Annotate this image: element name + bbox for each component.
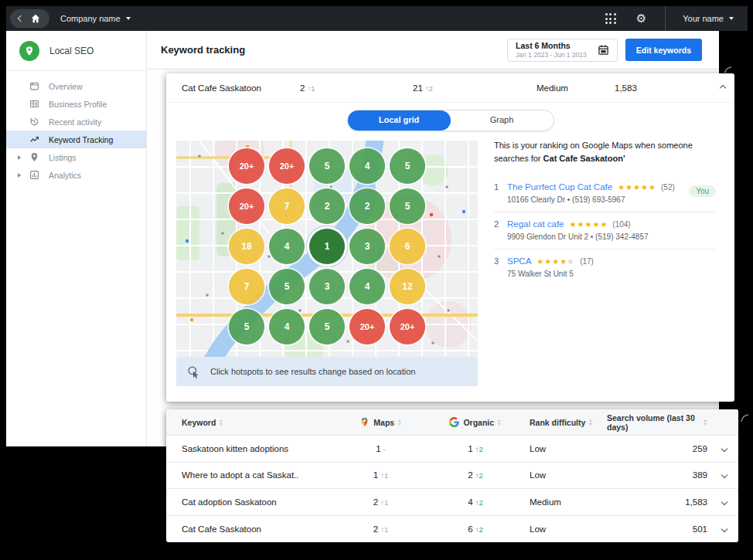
column-label: Organic bbox=[463, 418, 494, 427]
organic-change: ↑2 bbox=[425, 84, 433, 93]
expand-caret-icon[interactable] bbox=[18, 155, 21, 160]
rank-hotspot[interactable]: 5 bbox=[229, 309, 264, 344]
maps-result-item: 2 Regal cat cafe ★★★★★ (104) 9909 Glendo… bbox=[494, 212, 716, 249]
rank-hotspot[interactable]: 5 bbox=[309, 148, 345, 184]
ranking-intro: This is your ranking on Google Maps when… bbox=[494, 139, 716, 165]
star-rating-icon: ★★★★★ bbox=[537, 257, 574, 266]
expand-row-button[interactable] bbox=[710, 527, 738, 531]
view-tab[interactable]: Local grid bbox=[348, 110, 451, 131]
gear-icon[interactable]: ⚙ bbox=[636, 12, 646, 25]
sidebar-item-label: Listings bbox=[49, 153, 77, 162]
cell-maps-rank: 2↑1 bbox=[340, 497, 421, 507]
table-column-header[interactable]: Organic ▲▼ bbox=[421, 417, 530, 427]
page-title: Keyword tracking bbox=[161, 44, 245, 56]
back-icon[interactable] bbox=[18, 15, 24, 22]
expand-row-button[interactable] bbox=[710, 473, 738, 477]
summary-rank-difficulty: Medium bbox=[537, 83, 615, 93]
sort-icon[interactable]: ▲▼ bbox=[397, 419, 401, 426]
sidebar-item[interactable]: Overview bbox=[6, 77, 146, 95]
chevron-down-icon bbox=[721, 472, 727, 478]
rank-hotspot[interactable]: 20+ bbox=[269, 148, 305, 184]
rank-hotspot[interactable]: 20+ bbox=[229, 188, 264, 224]
sort-icon[interactable]: ▲▼ bbox=[704, 419, 707, 426]
cell-search-volume: 501 bbox=[607, 524, 710, 534]
sort-icon[interactable]: ▲▼ bbox=[588, 419, 592, 426]
sidebar-menu: Overview Business Profile Recent activit… bbox=[6, 71, 146, 184]
table-column-header[interactable]: Keyword ▲▼ bbox=[166, 418, 340, 427]
cell-search-volume: 389 bbox=[607, 470, 710, 480]
rank-hotspot[interactable]: 20+ bbox=[390, 309, 425, 344]
table-column-header[interactable]: Rank difficulty ▲▼ bbox=[530, 418, 607, 427]
rank-hotspot[interactable]: 20+ bbox=[229, 148, 264, 184]
sidebar-item[interactable]: Business Profile bbox=[6, 95, 146, 113]
sidebar-item-label: Business Profile bbox=[49, 100, 107, 109]
rank-hotspot[interactable]: 20+ bbox=[349, 309, 385, 344]
table-column-header[interactable]: Maps ▲▼ bbox=[340, 417, 421, 427]
sidebar-item[interactable]: Keyword Tracking bbox=[6, 131, 146, 148]
rank-hotspot[interactable]: 4 bbox=[269, 229, 305, 264]
table-row[interactable]: Saskatoon kitten adoptions 1- 1↑2 Low 25… bbox=[166, 436, 738, 463]
rank-hotspot[interactable]: 5 bbox=[390, 148, 425, 184]
rank-hotspot[interactable]: 12 bbox=[390, 269, 425, 304]
rank-hotspot[interactable]: 4 bbox=[269, 309, 305, 344]
result-name-link[interactable]: SPCA bbox=[507, 256, 531, 266]
date-range-picker[interactable]: Last 6 Months Jan 1 2023 - Jun 1 2023 bbox=[507, 39, 618, 62]
expand-caret-icon[interactable] bbox=[18, 173, 21, 178]
user-menu[interactable]: Your name bbox=[666, 14, 748, 23]
corner-curl-decoration bbox=[741, 414, 749, 423]
rank-hotspot[interactable]: 7 bbox=[229, 269, 264, 304]
rank-hotspot[interactable]: 2 bbox=[349, 188, 385, 224]
table-row[interactable]: Where to adopt a cat Saskat.. 1↑1 2↑2 Lo… bbox=[166, 463, 738, 490]
sidebar-item[interactable]: Recent activity bbox=[6, 113, 146, 131]
view-tab[interactable]: Graph bbox=[451, 110, 554, 131]
cell-keyword: Cat Cafe Saskatoon bbox=[166, 524, 340, 534]
sidebar-item[interactable]: Analytics bbox=[6, 166, 146, 184]
rank-hotspot[interactable]: 5 bbox=[269, 269, 305, 304]
map-hint-bar: Click hotspots to see results change bas… bbox=[176, 357, 478, 386]
keyword-summary-row[interactable]: Cat Cafe Saskatoon 2↑1 21↑2 Medium 1,583 bbox=[166, 73, 734, 103]
rank-hotspot[interactable]: 18 bbox=[229, 229, 264, 264]
apps-grid-icon[interactable] bbox=[605, 13, 616, 24]
sort-icon[interactable]: ▲▼ bbox=[219, 419, 223, 426]
rank-hotspot[interactable]: 7 bbox=[269, 188, 305, 224]
edit-keywords-button[interactable]: Edit keywords bbox=[625, 39, 702, 61]
result-rank: 1 bbox=[494, 182, 502, 192]
cell-organic-rank: 6↑2 bbox=[421, 524, 530, 534]
rank-hotspot[interactable]: 5 bbox=[309, 309, 345, 344]
date-range-label: Last 6 Months bbox=[516, 41, 587, 50]
rank-hotspot[interactable]: 6 bbox=[390, 229, 425, 264]
sidebar-item[interactable]: Listings bbox=[6, 148, 146, 166]
sidebar-item-label: Analytics bbox=[49, 171, 81, 180]
google-g-icon bbox=[449, 417, 459, 427]
rank-hotspot[interactable]: 3 bbox=[309, 269, 345, 304]
local-grid-map[interactable]: 20+ 20+ 5 4 5 20+ 7 2 2 5 18 4 bbox=[176, 141, 478, 357]
result-rank: 2 bbox=[494, 219, 502, 229]
rank-hotspot[interactable]: 2 bbox=[309, 188, 345, 224]
maps-change: ↑1 bbox=[307, 84, 315, 93]
result-name-link[interactable]: Regal cat cafe bbox=[507, 219, 564, 229]
result-name-link[interactable]: The Purrfect Cup Cat Cafe bbox=[507, 182, 612, 192]
rank-hotspot[interactable]: 4 bbox=[349, 148, 385, 184]
rank-hotspot[interactable]: 4 bbox=[349, 269, 385, 304]
table-column-header[interactable]: Search volume (last 30 days) ▲▼ bbox=[607, 413, 710, 432]
star-rating-icon: ★★★★★ bbox=[618, 183, 656, 192]
chevron-down-icon bbox=[729, 17, 734, 20]
chevron-down-icon bbox=[721, 446, 727, 452]
sort-icon[interactable]: ▲▼ bbox=[497, 419, 501, 426]
sidebar-item-label: Keyword Tracking bbox=[49, 135, 113, 144]
nav-pill bbox=[10, 9, 49, 28]
top-bar: Company name ⚙ Your name bbox=[6, 6, 748, 31]
collapse-row-button[interactable] bbox=[707, 86, 725, 90]
home-icon[interactable] bbox=[30, 13, 41, 24]
rank-hotspot[interactable]: 1 bbox=[309, 229, 345, 264]
summary-organic-rank: 21↑2 bbox=[413, 83, 537, 93]
company-selector[interactable]: Company name bbox=[60, 14, 131, 23]
page-header: Keyword tracking Last 6 Months Jan 1 202… bbox=[147, 31, 719, 70]
expand-row-button[interactable] bbox=[710, 446, 738, 451]
table-row[interactable]: Cat adoption Saskatoon 2↑1 4↑2 Medium 1,… bbox=[166, 489, 738, 516]
rank-hotspot[interactable]: 3 bbox=[349, 229, 385, 264]
table-row[interactable]: Cat Cafe Saskatoon 2↑1 6↑2 Low 501 bbox=[166, 516, 738, 543]
listings-icon bbox=[29, 152, 39, 162]
expand-row-button[interactable] bbox=[710, 500, 738, 504]
rank-hotspot[interactable]: 5 bbox=[390, 188, 425, 224]
